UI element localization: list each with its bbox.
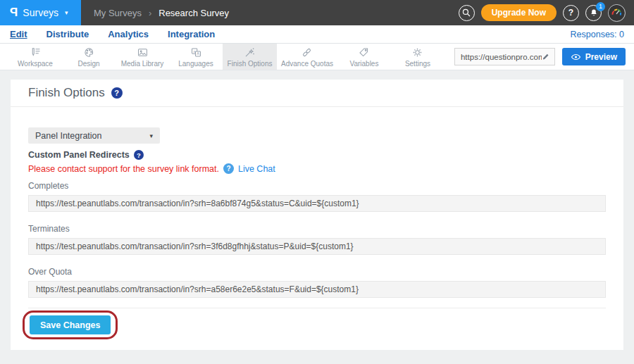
section-title: Custom Panel Redirects bbox=[28, 150, 130, 160]
support-note-text: Please contact support for the survey li… bbox=[28, 164, 219, 174]
magic-wand-icon bbox=[244, 46, 256, 58]
nav-tab-integration[interactable]: Integration bbox=[168, 29, 215, 39]
page-title: Finish Options bbox=[28, 86, 105, 100]
topbar: P Surveys ▾ My Surveys › Research Survey… bbox=[0, 0, 634, 25]
custom-panel-redirects-header: Custom Panel Redirects ? bbox=[28, 150, 606, 160]
finish-options-card: Finish Options ? Panel Integration ▾ Cus… bbox=[11, 80, 623, 350]
product-menu-label: Surveys bbox=[23, 7, 58, 18]
preview-button[interactable]: Preview bbox=[562, 48, 626, 65]
finish-options-help-icon[interactable]: ? bbox=[111, 87, 123, 99]
terminates-url-input[interactable] bbox=[28, 238, 606, 255]
support-note-row: Please contact support for the survey li… bbox=[28, 163, 606, 174]
survey-url-field bbox=[454, 48, 555, 65]
question-icon: ? bbox=[568, 8, 573, 18]
dropdown-selected-value: Panel Integration bbox=[35, 131, 102, 141]
help-button[interactable]: ? bbox=[563, 5, 579, 21]
nav-tab-analytics[interactable]: Analytics bbox=[108, 29, 149, 39]
dropdown-caret-icon: ▾ bbox=[149, 132, 153, 139]
breadcrumb-separator-icon: › bbox=[149, 8, 151, 18]
avatar[interactable] bbox=[608, 4, 626, 22]
tab-advance-quotas[interactable]: Advance Quotas bbox=[277, 44, 337, 70]
tab-media-library[interactable]: Media Library bbox=[116, 44, 169, 70]
nav-tab-distribute[interactable]: Distribute bbox=[46, 29, 89, 39]
redirects-help-icon[interactable]: ? bbox=[134, 150, 144, 160]
survey-url-input[interactable] bbox=[461, 53, 542, 61]
palette-icon bbox=[83, 46, 95, 58]
terminates-label: Terminates bbox=[28, 224, 606, 234]
tag-icon bbox=[358, 46, 370, 58]
tab-settings[interactable]: Settings bbox=[391, 44, 445, 70]
live-chat-icon[interactable]: ? bbox=[223, 163, 234, 174]
search-icon bbox=[461, 8, 471, 18]
topbar-actions: Upgrade Now ? 1 bbox=[459, 4, 634, 22]
completes-url-input[interactable] bbox=[28, 195, 606, 212]
link-icon bbox=[301, 46, 313, 58]
over-quota-url-input[interactable] bbox=[28, 281, 606, 298]
breadcrumb-current-survey: Research Survey bbox=[158, 8, 229, 18]
footer-divider bbox=[28, 308, 606, 308]
tab-design[interactable]: Design bbox=[62, 44, 116, 70]
workspace-icon bbox=[30, 46, 42, 58]
completes-label: Completes bbox=[28, 181, 606, 191]
caret-down-icon: ▾ bbox=[65, 9, 68, 16]
eye-icon bbox=[571, 53, 581, 61]
search-button[interactable] bbox=[459, 5, 475, 21]
card-body: Panel Integration ▾ Custom Panel Redirec… bbox=[11, 107, 623, 350]
page-background: Finish Options ? Panel Integration ▾ Cus… bbox=[0, 70, 634, 350]
edit-pencil-icon[interactable] bbox=[542, 52, 550, 61]
questionpro-logo-icon: P bbox=[10, 6, 18, 20]
card-header: Finish Options ? bbox=[11, 80, 623, 107]
breadcrumb: My Surveys › Research Survey bbox=[81, 8, 229, 18]
responses-count[interactable]: Responses: 0 bbox=[571, 30, 624, 39]
live-chat-link[interactable]: Live Chat bbox=[238, 164, 275, 174]
gear-icon bbox=[411, 46, 423, 58]
upgrade-now-button[interactable]: Upgrade Now bbox=[481, 4, 557, 21]
edit-toolbar: Workspace Design Media Library x A Langu… bbox=[0, 44, 634, 70]
breadcrumb-my-surveys[interactable]: My Surveys bbox=[94, 8, 142, 18]
save-changes-button[interactable]: Save Changes bbox=[30, 315, 111, 334]
tab-variables[interactable]: Variables bbox=[337, 44, 391, 70]
nav-tab-edit[interactable]: Edit bbox=[10, 29, 27, 39]
survey-nav: Edit Distribute Analytics Integration Re… bbox=[0, 25, 634, 44]
tab-workspace[interactable]: Workspace bbox=[8, 44, 62, 70]
product-menu[interactable]: P Surveys ▾ bbox=[0, 0, 81, 25]
save-highlight-annotation: Save Changes bbox=[23, 310, 118, 339]
image-icon bbox=[137, 46, 149, 58]
avatar-gauge-icon bbox=[609, 5, 624, 20]
tab-languages[interactable]: x A Languages bbox=[169, 44, 223, 70]
notification-badge: 1 bbox=[596, 2, 605, 11]
tab-finish-options[interactable]: Finish Options bbox=[223, 44, 277, 70]
panel-integration-dropdown[interactable]: Panel Integration ▾ bbox=[28, 127, 160, 144]
over-quota-label: Over Quota bbox=[28, 267, 606, 277]
translate-icon: x A bbox=[190, 46, 202, 58]
svg-text:A: A bbox=[197, 51, 199, 56]
notifications-button[interactable]: 1 bbox=[585, 5, 602, 21]
